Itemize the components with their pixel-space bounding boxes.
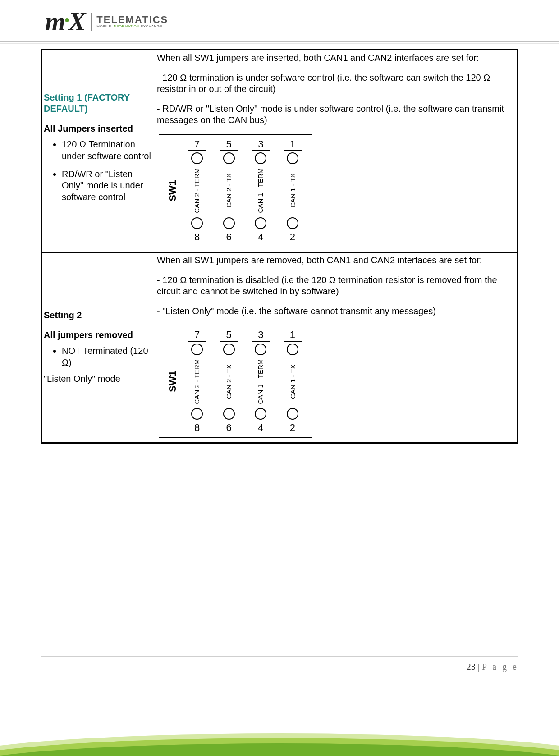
pin-8-label: 8 — [188, 422, 206, 434]
pin-5-label: 5 — [220, 329, 238, 341]
setting2-lead: When all SW1 jumpers are removed, both C… — [157, 255, 515, 266]
pin-8-label: 8 — [188, 231, 206, 243]
can2-tx-label: CAN 2 - TX — [225, 364, 233, 399]
pin-circle-icon — [287, 217, 298, 229]
can1-tx-label: CAN 1 - TX — [288, 364, 297, 399]
logo-brand-bottom-post: EXCHANGE — [139, 24, 162, 28]
setting2-title: Setting 2 — [44, 310, 152, 321]
sw1-col-1-2: 1 CAN 1 - TX 2 — [278, 138, 307, 243]
setting2-item1: - 120 Ω termination is disabled (i.e the… — [157, 275, 515, 298]
setting1-subtitle: All Jumpers inserted — [44, 123, 152, 135]
list-item: NOT Terminated (120 Ω) — [62, 345, 152, 368]
setting1-title: Setting 1 (FACTORY DEFAULT) — [44, 92, 152, 115]
setting1-item2: - RD/WR or "Listen Only" mode is under s… — [157, 103, 515, 126]
setting1-lead: When all SW1 jumpers are inserted, both … — [157, 52, 515, 64]
sw1-col-7-8: 7 CAN 2 - TERM 8 — [183, 329, 211, 434]
setting1-item1: - 120 Ω termination is under software co… — [157, 72, 515, 95]
setting2-trailing: "Listen Only" mode — [44, 373, 152, 385]
pin-circle-icon — [255, 408, 266, 420]
pin-2-label: 2 — [284, 422, 302, 434]
pin-circle-icon — [287, 152, 298, 164]
footer-wave-decoration — [0, 729, 559, 756]
sw1-col-1-2: 1 CAN 1 - TX 2 — [278, 329, 307, 434]
pin-1-label: 1 — [284, 329, 302, 341]
setting2-subtitle: All jumpers removed — [44, 330, 152, 341]
sw1-columns: 7 CAN 2 - TERM 8 5 CAN 2 - TX — [183, 138, 307, 243]
pin-7-label: 7 — [188, 138, 206, 151]
logo-brand-bottom-pre: MOBILE — [96, 24, 112, 28]
sw1-col-3-4: 3 CAN 1 - TERM 4 — [246, 138, 275, 243]
page-number: 23 | P a g e — [467, 662, 518, 672]
pin-circle-icon — [255, 217, 266, 229]
footer-rule — [41, 656, 518, 657]
setting2-right-cell: When all SW1 jumpers are removed, both C… — [155, 252, 518, 443]
list-item: RD/WR or "Listen Only" mode is under sof… — [62, 169, 152, 203]
pin-circle-icon — [287, 408, 298, 420]
logo-mark: m•X — [45, 9, 88, 35]
setting2-bullets: NOT Terminated (120 Ω) — [44, 345, 152, 368]
pin-circle-icon — [223, 408, 235, 420]
pin-circle-icon — [255, 344, 266, 355]
list-item: 120 Ω Termination under software control — [62, 139, 152, 162]
pin-circle-icon — [191, 344, 203, 355]
logo-mark-m: m — [45, 7, 64, 36]
pin-circle-icon — [223, 344, 235, 355]
pin-circle-icon — [287, 344, 298, 355]
setting2-item2: - "Listen Only" mode (i.e. the software … — [157, 306, 515, 317]
logo-divider-icon — [91, 13, 92, 31]
pin-circle-icon — [223, 217, 235, 229]
header-logo: m•X TELEMATICS MOBILE INFORMATION EXCHAN… — [41, 0, 518, 38]
can1-term-label: CAN 1 - TERM — [257, 359, 265, 404]
can2-term-label: CAN 2 - TERM — [192, 168, 201, 213]
pin-circle-icon — [191, 408, 203, 420]
pin-4-label: 4 — [252, 422, 270, 434]
sw1-col-7-8: 7 CAN 2 - TERM 8 — [183, 138, 211, 243]
logo-brand-bottom: MOBILE INFORMATION EXCHANGE — [96, 25, 168, 28]
sw1-diagram-inserted: SW1 7 CAN 2 - TERM 8 5 — [159, 134, 312, 247]
setting1-left-cell: Setting 1 (FACTORY DEFAULT) All Jumpers … — [41, 50, 155, 252]
pin-3-label: 3 — [252, 329, 270, 341]
logo-brand-top: TELEMATICS — [96, 15, 168, 25]
can2-tx-label: CAN 2 - TX — [225, 174, 233, 208]
settings-table: Setting 1 (FACTORY DEFAULT) All Jumpers … — [41, 49, 518, 444]
sw1-diagram-removed: SW1 7 CAN 2 - TERM 8 5 — [159, 325, 312, 438]
setting1-right-cell: When all SW1 jumpers are inserted, both … — [155, 50, 518, 252]
logo-brand-bottom-green: INFORMATION — [113, 24, 140, 28]
pin-4-label: 4 — [252, 231, 270, 243]
table-row: Setting 1 (FACTORY DEFAULT) All Jumpers … — [41, 50, 518, 252]
sw1-col-3-4: 3 CAN 1 - TERM 4 — [246, 329, 275, 434]
setting1-bullets: 120 Ω Termination under software control… — [44, 139, 152, 203]
pin-3-label: 3 — [252, 138, 270, 151]
content: Setting 1 (FACTORY DEFAULT) All Jumpers … — [41, 49, 518, 444]
can1-term-label: CAN 1 - TERM — [257, 168, 265, 213]
page-number-word: P a g e — [482, 662, 518, 672]
page-number-separator: | — [478, 662, 482, 672]
pin-6-label: 6 — [220, 422, 238, 434]
logo-mark-x: X — [69, 7, 85, 36]
pin-6-label: 6 — [220, 231, 238, 243]
setting2-left-cell: Setting 2 All jumpers removed NOT Termin… — [41, 252, 155, 443]
logo-text: TELEMATICS MOBILE INFORMATION EXCHANGE — [96, 15, 168, 28]
sw1-columns: 7 CAN 2 - TERM 8 5 CAN 2 - TX — [183, 329, 307, 434]
pin-circle-icon — [191, 152, 203, 164]
logo-dot-icon: • — [64, 13, 69, 27]
pin-circle-icon — [223, 152, 235, 164]
pin-circle-icon — [191, 217, 203, 229]
pin-7-label: 7 — [188, 329, 206, 341]
table-row: Setting 2 All jumpers removed NOT Termin… — [41, 252, 518, 443]
header-rule — [0, 41, 559, 44]
pin-1-label: 1 — [284, 138, 302, 151]
page-number-value: 23 — [467, 662, 476, 672]
can2-term-label: CAN 2 - TERM — [192, 359, 201, 404]
can1-tx-label: CAN 1 - TX — [288, 174, 297, 208]
pin-5-label: 5 — [220, 138, 238, 151]
pin-2-label: 2 — [284, 231, 302, 243]
pin-circle-icon — [255, 152, 266, 164]
